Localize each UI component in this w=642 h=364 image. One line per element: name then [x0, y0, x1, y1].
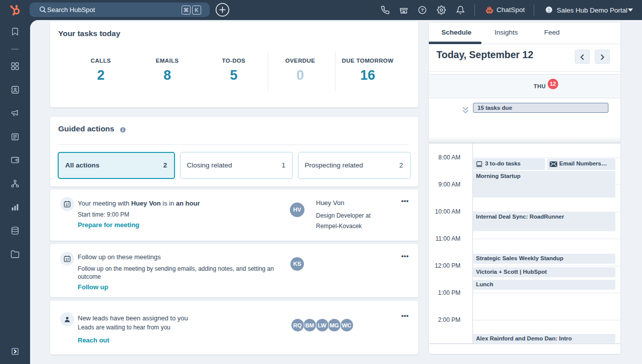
svg-text:17: 17 [65, 203, 69, 207]
svg-text:?: ? [421, 8, 424, 13]
svg-text:17: 17 [65, 258, 69, 261]
